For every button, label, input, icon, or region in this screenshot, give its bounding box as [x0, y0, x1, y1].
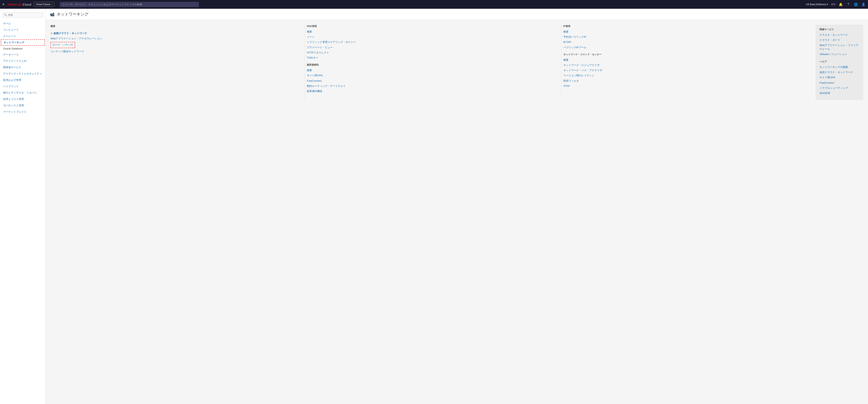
sidebar-item-billing[interactable]: 請求とコスト管理	[0, 96, 45, 102]
sidebar-item-governance[interactable]: ガバナンスと管理	[0, 102, 45, 109]
oracle-text: ORACLE	[8, 3, 22, 6]
top-nav: × ORACLE Cloud Cloud Classic › US East (…	[0, 0, 868, 9]
link-ip-gaiyou[interactable]: 概要	[563, 30, 812, 34]
networking-icon: 📹	[50, 12, 55, 17]
sidebar-search-icon: 🔍	[4, 13, 7, 16]
link-site-vpn[interactable]: サイト間VPN	[307, 74, 555, 77]
link-ncc-gaiyou[interactable]: 概要	[563, 58, 812, 62]
bell-icon[interactable]: 🔔	[839, 2, 843, 6]
link-path-analyzer[interactable]: ネットワーク・パス・アナライザ	[563, 68, 812, 72]
link-waf[interactable]: Webアプリケーション・ファイアウォール	[819, 43, 859, 51]
link-help-vcn[interactable]: 仮想クラウド・ネットワーク	[819, 70, 859, 74]
user-icon[interactable]: 👤	[861, 2, 866, 6]
link-vtap[interactable]: VTAP	[563, 84, 812, 88]
divider-1	[305, 25, 305, 100]
close-icon[interactable]: ×	[2, 2, 5, 6]
help-section: ヘルプ ネットワーキングの概要 仮想クラウド・ネットワーク サイト間VPN Fa…	[819, 60, 859, 95]
sidebar-item-storage[interactable]: ストレージ	[0, 33, 45, 39]
link-byoip[interactable]: BYOIP	[563, 40, 812, 44]
page-header: 📹 ネットワーキング	[46, 9, 868, 20]
link-help-fastconnect[interactable]: FastConnect	[819, 81, 859, 85]
section-title-connectivity: 顧客接続性	[307, 63, 555, 67]
region-selector[interactable]: US East (Ashburn) ▾	[806, 3, 828, 6]
link-traffic-steering[interactable]: トラフィック管理ステアリング・ポリシー	[307, 40, 555, 44]
help-title: ヘルプ	[819, 60, 859, 63]
sidebar-item-home[interactable]: ホーム	[0, 20, 45, 27]
sidebar-item-devservices[interactable]: 開発者サービス	[0, 64, 45, 70]
content-area: 📹 ネットワーキング 概要 仮想クラウド・ネットワーク Webアプリケーション・…	[46, 9, 868, 404]
help-icon[interactable]: ?	[846, 2, 850, 6]
section-title-gaiyou: 概要	[51, 25, 299, 28]
sidebar-item-identity[interactable]: アイデンティティとセキュリティ	[0, 70, 45, 77]
page-title: ネットワーキング	[57, 11, 88, 17]
link-web-accel[interactable]: Webアプリケーション・アクセラレーション	[51, 37, 299, 40]
sidebar-item-networking[interactable]: ネットワーキング	[1, 39, 45, 46]
link-latency[interactable]: リージョン間のレイテンシ	[563, 74, 812, 77]
link-conn-gaiyou[interactable]: 概要	[307, 68, 555, 72]
link-capture-filter[interactable]: 取得フィルタ	[563, 79, 812, 83]
sidebar-item-monitoring[interactable]: 監視および管理	[0, 77, 45, 83]
sidebar-item-migration[interactable]: 移行とディザスタ・リカバリ	[0, 90, 45, 96]
link-private-view[interactable]: プライベート・ビュー	[307, 46, 555, 49]
top-nav-right: US East (Ashburn) ▾ </> 🔔 ? 🌐 👤	[806, 2, 866, 6]
sidebar: 🔍 ホーム コンピュート ストレージ ネットワーキング Oracle Datab…	[0, 9, 46, 404]
globe-icon[interactable]: 🌐	[854, 2, 858, 6]
section-title-related: 関連サービス	[819, 28, 859, 31]
menu-panel: 概要 仮想クラウド・ネットワーク Webアプリケーション・アクセラレーション ロ…	[46, 20, 868, 106]
sidebar-item-oracle-db[interactable]: Oracle Database	[0, 46, 45, 52]
cloud-classic-button[interactable]: Cloud Classic ›	[34, 2, 54, 7]
menu-col-vcn: 概要 仮想クラウド・ネットワーク Webアプリケーション・アクセラレーション ロ…	[51, 25, 303, 100]
sidebar-search-container: 🔍	[0, 11, 45, 19]
link-tsig[interactable]: TSIGキー	[307, 56, 555, 60]
link-dns-gaiyou[interactable]: 概要	[307, 30, 555, 34]
link-cloud-guard[interactable]: クラウド・ガード	[819, 38, 859, 42]
divider-2	[561, 25, 561, 100]
link-cdn[interactable]: コンテンツ配信ネットワーク	[51, 50, 299, 53]
section-title-ip: IP管理	[563, 25, 812, 28]
link-vmware[interactable]: VMwareソリューション	[819, 53, 859, 56]
section-title-dns: DNS管理	[307, 25, 555, 28]
menu-col-dns: DNS管理 概要 ゾーン トラフィック管理ステアリング・ポリシー プライベート・…	[307, 25, 559, 100]
link-vcn[interactable]: 仮想クラウド・ネットワーク	[51, 32, 299, 35]
link-help-vpn[interactable]: サイト間VPN	[819, 76, 859, 79]
sidebar-search-input[interactable]	[2, 12, 43, 18]
link-visualizer[interactable]: ネットワーク・ビジュアライザ	[563, 63, 812, 67]
sidebar-item-analytics[interactable]: アナリティクスとAI	[0, 58, 45, 64]
menu-col-related: 関連サービス クラスタ・ネットワーク クラウド・ガード Webアプリケーション・…	[815, 25, 863, 100]
link-help-dns[interactable]: DNS管理	[819, 91, 859, 95]
sidebar-item-compute[interactable]: コンピュート	[0, 27, 45, 33]
global-search[interactable]	[60, 2, 199, 7]
sidebar-item-database[interactable]: データベース	[0, 52, 45, 58]
oracle-logo: ORACLE Cloud	[8, 3, 32, 6]
link-cpe[interactable]: 顧客構内機器	[307, 89, 555, 93]
link-http-redirect[interactable]: HTTPリダイレクト	[307, 51, 555, 55]
sidebar-item-hybrid[interactable]: ハイブリッド	[0, 83, 45, 90]
global-search-input[interactable]	[60, 2, 199, 7]
link-zone[interactable]: ゾーン	[307, 35, 555, 39]
link-drg[interactable]: 動的ルーティング・ゲートウェイ	[307, 84, 555, 88]
main-layout: 🔍 ホーム コンピュート ストレージ ネットワーキング Oracle Datab…	[0, 9, 868, 404]
link-help-troubleshoot[interactable]: トラブルシューティング	[819, 86, 859, 90]
link-load-balancer[interactable]: ロード・バランサ	[51, 42, 75, 48]
link-fastconnect[interactable]: FastConnect	[307, 79, 555, 83]
cloud-text: Cloud	[23, 3, 31, 6]
section-title-ncc: ネットワーク・コマンド・センター	[563, 53, 812, 56]
menu-col-ip: IP管理 概要 予約済パブリックIP BYOIP パブリックIPプール ネットワ…	[563, 25, 815, 100]
link-help-networking[interactable]: ネットワーキングの概要	[819, 65, 859, 69]
sidebar-item-marketplace[interactable]: マーケットプレイス	[0, 109, 45, 115]
code-icon[interactable]: </>	[831, 2, 835, 6]
link-cluster-network[interactable]: クラスタ・ネットワーク	[819, 33, 859, 37]
link-ip-pool[interactable]: パブリックIPプール	[563, 46, 812, 49]
link-reserved-ip[interactable]: 予約済パブリックIP	[563, 35, 812, 39]
